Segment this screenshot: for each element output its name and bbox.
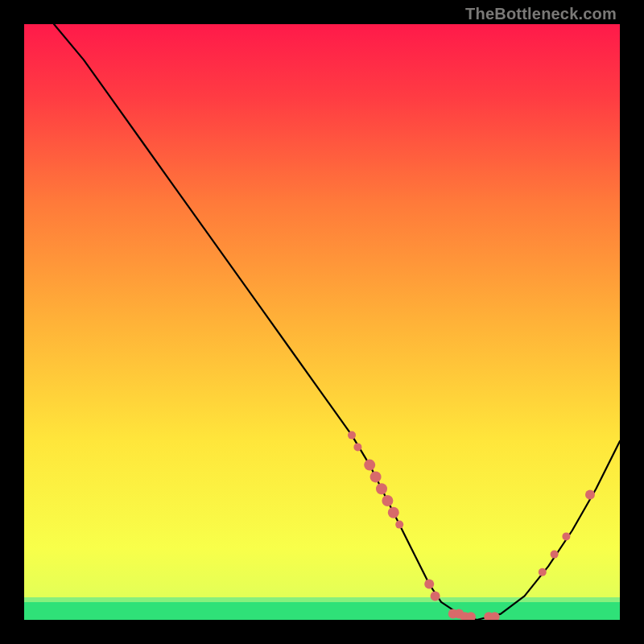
data-point: [551, 551, 559, 559]
data-point: [348, 431, 356, 440]
data-point: [382, 495, 393, 506]
data-point: [388, 507, 399, 518]
data-point: [364, 460, 375, 471]
data-point: [539, 568, 547, 576]
chart-frame: [24, 24, 620, 620]
green-baseline-band: [24, 602, 620, 620]
data-point: [353, 443, 361, 451]
bottleneck-chart: [24, 24, 620, 620]
data-point: [370, 471, 382, 482]
data-point: [376, 483, 387, 494]
data-point: [424, 580, 434, 589]
data-point: [395, 521, 403, 529]
data-point: [585, 490, 595, 500]
data-point: [431, 591, 440, 601]
gradient-background: [24, 24, 620, 620]
light-green-transition: [24, 597, 620, 602]
data-point: [562, 532, 570, 540]
attribution-text: TheBottleneck.com: [465, 5, 617, 23]
